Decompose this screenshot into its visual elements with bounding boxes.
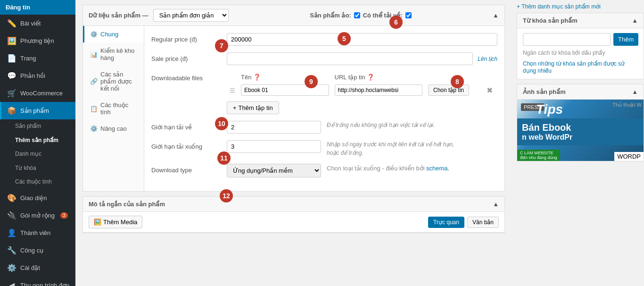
inventory-tab-icon: 📊 xyxy=(90,51,98,58)
sidebar-item-thu-gon[interactable]: ◀ Thu gọn trình đơn xyxy=(0,277,75,286)
description-panel-header: Mô tả ngắn của sản phẩm ▲ xyxy=(83,197,504,212)
sidebar-item-thanh-vien[interactable]: 👤 Thành viên xyxy=(0,224,75,242)
schedule-link[interactable]: Lên lịch xyxy=(478,56,497,62)
ban-ebook-section: Bán Ebook n web WordPr xyxy=(517,118,644,145)
download-limit-input[interactable] xyxy=(227,121,321,134)
sidebar-item-cong-cu[interactable]: 🔧 Công cụ xyxy=(0,242,75,259)
sidebar-item-trang[interactable]: 📄 Trang xyxy=(0,50,75,67)
van-ban-button[interactable]: Văn bản xyxy=(467,217,499,228)
download-expiry-input[interactable] xyxy=(227,140,321,153)
tab-kiem-ke[interactable]: 📊 Kiểm kê kho hàng xyxy=(83,42,144,66)
sidebar-item-phan-hoi[interactable]: 💬 Phản hồi xyxy=(0,67,75,84)
sale-price-label: Sale price (đ) xyxy=(151,52,227,62)
sidebar-label-phuong-tien: Phương tiện xyxy=(20,37,54,44)
truc-quan-button[interactable]: Trực quan xyxy=(428,217,464,228)
image-collapse-icon[interactable]: ▲ xyxy=(632,88,638,95)
choose-file-button[interactable]: Chon tập tin xyxy=(428,84,469,96)
tab-cac-thuoc-tinh[interactable]: 📋 Các thuộc tính xyxy=(83,97,144,120)
sidebar-header: Đăng tin xyxy=(0,0,75,15)
tab-cac-san-pham[interactable]: 🔗 Các sản phẩm được kết nối xyxy=(83,66,144,97)
virtual-checkbox[interactable] xyxy=(354,12,360,18)
advanced-tab-icon: ⚙️ xyxy=(90,125,98,132)
image-title: Ảnh sản phẩm xyxy=(523,88,566,95)
regular-price-input[interactable] xyxy=(227,33,497,46)
sidebar-item-woocommerce[interactable]: 🛒 WooCommerce xyxy=(0,84,75,102)
main-content: Dữ liệu sản phẩm — Sản phẩm đơn giảnSản … xyxy=(75,0,512,286)
sidebar-label-cai-dat: Cài đặt xyxy=(20,264,40,271)
cart-icon: 🛒 xyxy=(7,89,17,98)
attributes-tab-icon: 📋 xyxy=(90,105,98,112)
regular-price-label: Regular price (đ) xyxy=(151,33,227,43)
sidebar-label-bai-viet: Bài viết xyxy=(20,20,41,27)
panel-collapse-icon[interactable]: ▲ xyxy=(493,12,499,19)
download-type-hint: Chon loại tải xuống - điều khiển bởi sch… xyxy=(327,164,449,173)
hoclamwebsite-badge: C LÀM WEBSITEđơn nhu đang dùng xyxy=(517,150,560,161)
keyword-row: Thêm xyxy=(523,33,638,46)
add-media-button[interactable]: 🖼️ Thêm Media xyxy=(89,216,142,228)
sidebar-item-goi-mo-rong[interactable]: 🔌 Gói mở rộng 3 xyxy=(0,207,75,224)
sidebar-sub-danh-muc[interactable]: Danh mục xyxy=(0,147,75,161)
sidebar-sub-them-san-pham[interactable]: Thêm sản phẩm xyxy=(0,134,75,148)
sidebar-label-cong-cu: Công cụ xyxy=(20,247,43,254)
settings-tab-icon: ⚙️ xyxy=(90,31,98,38)
keyword-collapse-icon[interactable]: ▲ xyxy=(632,17,638,24)
product-type-select[interactable]: Sản phẩm đơn giảnSản phẩm nhómSản phẩm b… xyxy=(153,9,229,22)
name-help-icon[interactable]: ❓ xyxy=(253,74,261,81)
image-widget-header: Ảnh sản phẩm ▲ xyxy=(517,84,644,100)
sidebar-item-bai-viet[interactable]: ✏️ Bài viết xyxy=(0,15,75,32)
url-header: URL tập tin ❓ xyxy=(332,72,426,83)
tab-nang-cao[interactable]: ⚙️ Nâng cao xyxy=(83,120,144,137)
wordpress-logo: WORDP xyxy=(614,152,644,161)
downloadable-checkbox[interactable] xyxy=(405,12,412,18)
panel-body: ⚙️ Chung 📊 Kiểm kê kho hàng 🔗 Các sản ph… xyxy=(83,26,504,191)
schema-link[interactable]: schema. xyxy=(426,165,449,172)
panel-content: Regular price (đ) Sale price (đ) Lên lịc… xyxy=(144,26,504,191)
plus-icon: + xyxy=(233,104,237,111)
sale-price-input[interactable] xyxy=(227,52,473,65)
right-sidebar: + Thêm danh mục sản phẩm mới Từ khóa sản… xyxy=(512,0,644,286)
sidebar-item-cai-dat[interactable]: ⚙️ Cài đặt xyxy=(0,259,75,277)
sidebar-label-thanh-vien: Thành viên xyxy=(20,229,50,236)
product-data-title: Dữ liệu sản phẩm — xyxy=(89,12,149,19)
tab-chung-label: Chung xyxy=(100,31,118,38)
sidebar-sub-san-pham[interactable]: Sản phẩm xyxy=(0,119,75,134)
download-type-row: Download type Ứng dụng/Phần mềmNhạcVideo… xyxy=(151,164,497,177)
url-help-icon[interactable]: ❓ xyxy=(367,74,374,81)
description-collapse-icon[interactable]: ▲ xyxy=(493,201,499,208)
description-toolbar: 🖼️ Thêm Media Trực quan Văn bản xyxy=(83,212,504,233)
sidebar-sub-tu-khoa[interactable]: Từ khóa xyxy=(0,161,75,176)
sidebar-sub-cac-thuoc-tinh[interactable]: Các thuộc tính xyxy=(0,175,75,189)
tab-nang-cao-label: Nâng cao xyxy=(100,125,127,132)
sidebar-label-san-pham: Sản phẩm xyxy=(20,107,49,114)
add-category-section: + Thêm danh mục sản phẩm mới xyxy=(517,0,644,13)
keyword-widget-header: Từ khóa sản phẩm ▲ xyxy=(517,13,644,28)
keyword-input[interactable] xyxy=(523,33,611,46)
description-title: Mô tả ngắn của sản phẩm xyxy=(89,201,165,208)
add-category-link[interactable]: + Thêm danh mục sản phẩm mới xyxy=(517,3,601,10)
tab-chung[interactable]: ⚙️ Chung xyxy=(83,26,144,42)
download-type-select[interactable]: Ứng dụng/Phần mềmNhạcVideo xyxy=(227,164,321,177)
panel-header-left: Dữ liệu sản phẩm — Sản phẩm đơn giảnSản … xyxy=(89,9,229,22)
virtual-label: Sản phẩm ảo: xyxy=(310,12,351,19)
download-limit-row: Giới hạn tải về Để trống nếu không giới … xyxy=(151,121,497,134)
sidebar-item-giao-dien[interactable]: 🎨 Giao diện xyxy=(0,189,75,207)
web-wordpr-text: n web WordPr xyxy=(522,133,639,142)
drag-handle-icon[interactable]: ☰ xyxy=(230,87,235,94)
sidebar-item-san-pham[interactable]: 📦 Sản phẩm xyxy=(0,102,75,119)
product-image[interactable]: PRESS Tips Thủ thuật W Bán Ebook n web W… xyxy=(517,100,644,161)
keyword-widget: Từ khóa sản phẩm ▲ Thêm Ngăn cách từ khó… xyxy=(517,13,644,79)
keyword-popular-link[interactable]: Chọn những từ khóa sản phẩm được sử dụng… xyxy=(523,60,625,74)
drag-header xyxy=(227,72,238,83)
add-file-button[interactable]: + Thêm tập tin xyxy=(227,101,279,114)
sidebar-label-thu-gon: Thu gọn trình đơn xyxy=(20,282,69,286)
keyword-widget-body: Thêm Ngăn cách từ khóa bởi dấu phẩy Chọn… xyxy=(517,28,644,79)
sidebar-item-phuong-tien[interactable]: 🖼️ Phương tiện xyxy=(0,32,75,50)
file-url-input[interactable] xyxy=(335,84,423,96)
settings-icon: ⚙️ xyxy=(7,263,17,272)
sidebar-label-phan-hoi: Phản hồi xyxy=(20,72,45,79)
tab-cac-thuoc-tinh-label: Các thuộc tính xyxy=(100,101,138,116)
remove-file-button[interactable]: ✖ xyxy=(485,86,495,95)
page-icon: 📄 xyxy=(7,54,17,63)
them-button[interactable]: Thêm xyxy=(613,33,638,46)
plugin-icon: 🔌 xyxy=(7,211,17,220)
